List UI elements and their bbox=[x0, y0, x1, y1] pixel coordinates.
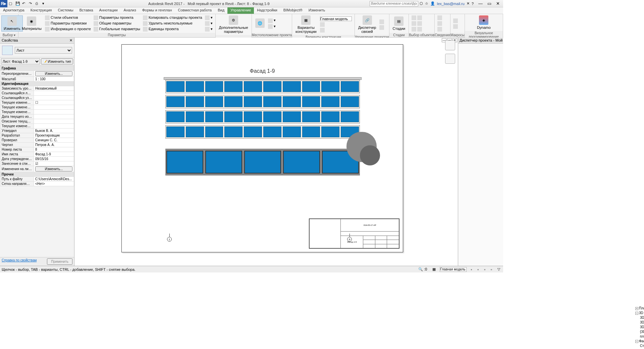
prop-value[interactable] bbox=[34, 110, 74, 114]
sel-item1[interactable] bbox=[412, 15, 423, 20]
ribbon-item[interactable]: Стили объектов bbox=[45, 15, 91, 20]
tab-аннотации[interactable]: Аннотации bbox=[96, 7, 121, 14]
qat-redo-icon[interactable]: ↷ bbox=[29, 1, 34, 6]
star-icon[interactable]: ☆ bbox=[425, 1, 428, 6]
settings-dropdown2[interactable]: ▾ bbox=[205, 21, 213, 26]
ribbon-item[interactable]: Информация о проекте bbox=[45, 27, 91, 32]
tab-формы и генплан[interactable]: Формы и генплан bbox=[139, 7, 175, 14]
proj-item2[interactable] bbox=[379, 25, 385, 30]
prop-value[interactable]: Изменить... bbox=[34, 71, 74, 77]
minimize-icon[interactable]: — bbox=[478, 1, 483, 6]
tab-совместная работа[interactable]: Совместная работа bbox=[175, 7, 215, 14]
qat-save-icon[interactable]: 💾 bbox=[15, 1, 20, 6]
ribbon-item[interactable]: Удалить неиспользуемые bbox=[143, 21, 202, 26]
dynamo-button[interactable]: ◈Dynamo bbox=[475, 15, 493, 30]
macro-item2[interactable] bbox=[453, 24, 459, 29]
tab-архитектура[interactable]: Архитектура bbox=[0, 7, 28, 14]
tab-изменить[interactable]: Изменить bbox=[306, 7, 328, 14]
user-label[interactable]: lex_bas@mail.ru bbox=[437, 2, 465, 6]
coords-dropdown[interactable]: ▾ bbox=[268, 18, 276, 23]
settings-dropdown[interactable]: ▾ bbox=[205, 15, 213, 20]
location-button[interactable]: 🌐 bbox=[253, 18, 267, 29]
qat-more-icon[interactable]: ▾ bbox=[42, 1, 47, 6]
status-icon4[interactable]: ▫ bbox=[489, 267, 493, 272]
tab-надстройки[interactable]: Надстройки bbox=[254, 7, 280, 14]
materials-button[interactable]: ◉Материалы bbox=[20, 16, 44, 31]
sel-item3[interactable] bbox=[412, 27, 423, 32]
option-item2[interactable] bbox=[320, 28, 352, 33]
prop-value[interactable]: Синицин С. С. bbox=[34, 138, 74, 143]
status-model-select[interactable] bbox=[440, 267, 467, 272]
prop-value[interactable]: Изменить... bbox=[34, 166, 74, 172]
prop-value[interactable] bbox=[34, 91, 74, 96]
properties-close-icon[interactable]: ✕ bbox=[69, 38, 72, 43]
prop-value[interactable]: Независимый bbox=[34, 86, 74, 91]
tab-конструкция[interactable]: Конструкция bbox=[28, 7, 55, 14]
drawing-canvas[interactable]: — ▭ ✕ Фасад 1-9 1 9 bbox=[74, 38, 458, 266]
maximize-icon[interactable]: ▭ bbox=[487, 1, 491, 6]
prop-value[interactable] bbox=[34, 119, 74, 124]
properties-help-link[interactable]: Справка по свойствам bbox=[2, 258, 37, 265]
tab-управление[interactable]: Управление bbox=[227, 7, 254, 14]
tab-анализ[interactable]: Анализ bbox=[121, 7, 139, 14]
prop-value[interactable] bbox=[34, 124, 74, 129]
inq-item2[interactable] bbox=[437, 21, 443, 26]
status-icon3[interactable]: ▫ bbox=[483, 267, 487, 272]
instance-selector[interactable]: Лист: Фасад 1-9 bbox=[1, 58, 40, 64]
status-icon2[interactable]: ▫ bbox=[476, 267, 480, 272]
status-icon1[interactable]: ▫ bbox=[469, 267, 473, 272]
prop-value[interactable]: 1 : 100 bbox=[34, 77, 74, 82]
prop-value[interactable]: Петров А. А. bbox=[34, 143, 74, 147]
type-selector[interactable]: Лист bbox=[15, 47, 72, 54]
prop-value[interactable]: <Нет> bbox=[34, 182, 74, 186]
prop-value[interactable]: 8 bbox=[34, 147, 74, 152]
prop-value[interactable]: Проектировщик bbox=[34, 133, 74, 138]
qat-undo-icon[interactable]: ↶ bbox=[22, 1, 27, 6]
phases-button[interactable]: ▤Стадии bbox=[391, 16, 408, 31]
proj-item1[interactable] bbox=[379, 19, 385, 24]
ribbon-item[interactable]: Общие параметры bbox=[94, 21, 140, 26]
nav-wheel[interactable] bbox=[445, 54, 455, 64]
nav-cube[interactable] bbox=[445, 40, 455, 50]
main-model-select[interactable] bbox=[320, 16, 352, 21]
ribbon-item[interactable]: Параметры привязки bbox=[45, 21, 91, 26]
inq-item1[interactable] bbox=[437, 15, 443, 20]
prop-value[interactable]: Быков В. А. bbox=[34, 129, 74, 133]
status-filter-icon[interactable]: ▦ bbox=[431, 267, 437, 272]
prop-value[interactable]: Фасад 1-9 bbox=[34, 152, 74, 157]
qat-open-icon[interactable]: ▢ bbox=[9, 1, 13, 6]
edit-type-button[interactable]: 📝 Изменить тип bbox=[41, 58, 73, 64]
prop-value[interactable]: ☑ bbox=[34, 161, 74, 166]
inq-item3[interactable] bbox=[437, 27, 443, 32]
settings-dropdown3[interactable]: ▾ bbox=[205, 27, 213, 32]
app-logo[interactable]: R▸ bbox=[0, 0, 7, 7]
sel-item2[interactable] bbox=[412, 21, 423, 26]
ribbon-item[interactable]: Единицы проекта bbox=[143, 27, 202, 32]
macro-item1[interactable] bbox=[453, 18, 459, 23]
prop-value[interactable] bbox=[34, 114, 74, 119]
tab-системы[interactable]: Системы bbox=[55, 7, 76, 14]
position-dropdown[interactable]: ▾ bbox=[268, 24, 276, 29]
ribbon-item[interactable]: Копировать стандарты проекта bbox=[143, 15, 202, 20]
tab-вид[interactable]: Вид bbox=[215, 7, 227, 14]
qat-print-icon[interactable]: ⎙ bbox=[36, 1, 40, 6]
prop-value[interactable] bbox=[34, 96, 74, 100]
prop-edit-button[interactable]: Изменить... bbox=[35, 71, 72, 76]
close-icon[interactable]: ✕ bbox=[496, 1, 500, 6]
exchange-icon[interactable]: ✕ bbox=[467, 1, 470, 6]
prop-edit-button[interactable]: Изменить... bbox=[35, 166, 72, 171]
signin-icon[interactable]: 👤 bbox=[430, 1, 435, 6]
prop-value[interactable]: 09/15/16 bbox=[34, 157, 74, 161]
option-item1[interactable] bbox=[320, 22, 352, 27]
help-icon[interactable]: ? bbox=[472, 2, 474, 6]
tab-вставка[interactable]: Вставка bbox=[76, 7, 96, 14]
manage-links-button[interactable]: 🔗Диспетчер связей bbox=[356, 15, 378, 34]
prop-value[interactable] bbox=[34, 105, 74, 110]
ribbon-item[interactable]: Параметры проекта bbox=[94, 15, 140, 20]
prop-value[interactable]: C:\Users\Алексей\Des... bbox=[34, 177, 74, 182]
status-scale[interactable]: 🔍 :0 bbox=[417, 267, 428, 272]
design-options-button[interactable]: ▦Варианты конструкции bbox=[293, 15, 319, 34]
additional-params-button[interactable]: ⚙Дополнительные параметры bbox=[217, 15, 250, 34]
ribbon-item[interactable]: Глобальные параметры bbox=[94, 27, 140, 32]
subscription-icon[interactable]: ⬡ bbox=[420, 1, 423, 6]
